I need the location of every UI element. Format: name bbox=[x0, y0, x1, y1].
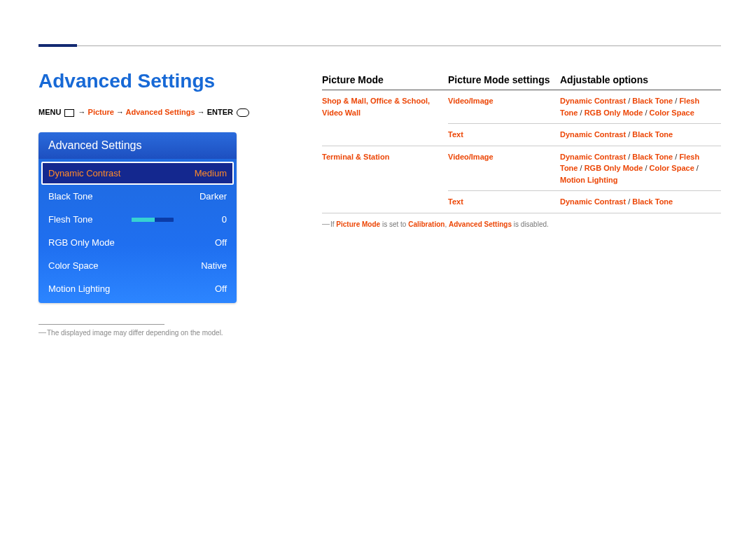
settings-row-label: Color Space bbox=[48, 260, 99, 271]
settings-row-label: Motion Lighting bbox=[48, 283, 110, 294]
note-calibration: Calibration bbox=[408, 220, 444, 228]
cell-adjustable-options: Dynamic Contrast / Black Tone bbox=[560, 124, 721, 146]
th-picture-mode: Picture Mode bbox=[322, 70, 448, 90]
cell-picture-mode-settings: Text bbox=[448, 191, 560, 213]
cell-picture-mode: Terminal & Station bbox=[322, 146, 448, 213]
cell-picture-mode-settings: Text bbox=[448, 124, 560, 146]
breadcrumb-advanced: Advanced Settings bbox=[126, 108, 195, 116]
settings-row-value: Darker bbox=[200, 191, 227, 202]
settings-row-rgb-only-mode[interactable]: RGB Only ModeOff bbox=[41, 231, 234, 254]
settings-row-color-space[interactable]: Color SpaceNative bbox=[41, 254, 234, 277]
th-picture-mode-settings: Picture Mode settings bbox=[448, 70, 560, 90]
breadcrumb-menu: MENU bbox=[38, 108, 61, 116]
settings-panel-title: Advanced Settings bbox=[38, 132, 237, 159]
breadcrumb-arrow-1: → bbox=[78, 108, 88, 116]
note-post: is disabled. bbox=[512, 220, 549, 228]
breadcrumb-enter: ENTER bbox=[207, 108, 233, 116]
cell-adjustable-options: Dynamic Contrast / Black Tone bbox=[560, 191, 721, 213]
breadcrumb: MENU → Picture → Advanced Settings → ENT… bbox=[38, 108, 290, 117]
cell-adjustable-options: Dynamic Contrast / Black Tone / Flesh To… bbox=[560, 146, 721, 191]
settings-panel-body: Dynamic ContrastMediumBlack ToneDarkerFl… bbox=[38, 159, 237, 303]
enter-icon bbox=[237, 108, 249, 117]
cell-picture-mode-settings: Video/Image bbox=[448, 146, 560, 191]
breadcrumb-arrow-2: → bbox=[116, 108, 126, 116]
settings-row-value: Medium bbox=[195, 168, 227, 178]
breadcrumb-arrow-3: → bbox=[197, 108, 207, 116]
right-column: Picture Mode Picture Mode settings Adjus… bbox=[322, 70, 721, 228]
settings-row-motion-lighting[interactable]: Motion LightingOff bbox=[41, 277, 234, 300]
note-picture-mode: Picture Mode bbox=[336, 220, 380, 228]
settings-row-label: Flesh Tone bbox=[48, 214, 92, 225]
note-advanced-settings: Advanced Settings bbox=[449, 220, 512, 228]
settings-row-value: Native bbox=[201, 260, 227, 271]
flesh-tone-slider[interactable] bbox=[132, 218, 174, 222]
calibration-note: If Picture Mode is set to Calibration, A… bbox=[322, 220, 721, 228]
note-mid: is set to bbox=[380, 220, 408, 228]
model-footnote: The displayed image may differ depending… bbox=[38, 329, 290, 337]
table-row: Shop & Mall, Office & School, Video Wall… bbox=[322, 90, 721, 124]
settings-row-value: 0 bbox=[222, 214, 227, 225]
footnote-divider bbox=[38, 324, 164, 325]
settings-row-black-tone[interactable]: Black ToneDarker bbox=[41, 185, 234, 208]
settings-row-label: RGB Only Mode bbox=[48, 237, 115, 248]
settings-panel: Advanced Settings Dynamic ContrastMedium… bbox=[38, 132, 237, 303]
menu-icon bbox=[64, 109, 74, 117]
top-divider bbox=[38, 45, 721, 46]
page-title: Advanced Settings bbox=[38, 70, 290, 92]
options-table: Picture Mode Picture Mode settings Adjus… bbox=[322, 70, 721, 213]
left-column: Advanced Settings MENU → Picture → Advan… bbox=[38, 70, 290, 337]
cell-picture-mode-settings: Video/Image bbox=[448, 90, 560, 124]
top-accent-bar bbox=[38, 44, 77, 47]
settings-row-label: Black Tone bbox=[48, 191, 92, 202]
cell-adjustable-options: Dynamic Contrast / Black Tone / Flesh To… bbox=[560, 90, 721, 124]
settings-row-value: Off bbox=[215, 283, 227, 294]
settings-row-flesh-tone[interactable]: Flesh Tone0 bbox=[41, 208, 234, 231]
cell-picture-mode: Shop & Mall, Office & School, Video Wall bbox=[322, 90, 448, 146]
settings-row-value: Off bbox=[215, 237, 227, 248]
table-row: Terminal & StationVideo/ImageDynamic Con… bbox=[322, 146, 721, 191]
settings-row-label: Dynamic Contrast bbox=[48, 168, 120, 178]
settings-row-dynamic-contrast[interactable]: Dynamic ContrastMedium bbox=[41, 162, 234, 185]
th-adjustable-options: Adjustable options bbox=[560, 70, 721, 90]
breadcrumb-picture: Picture bbox=[88, 108, 114, 116]
